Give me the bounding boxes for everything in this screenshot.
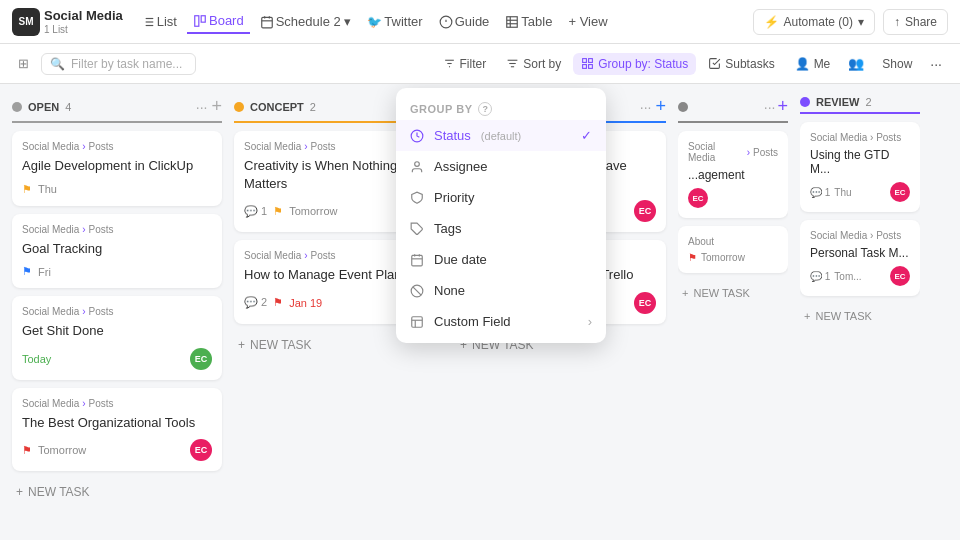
nav-tab-view[interactable]: + View: [562, 10, 613, 33]
workspace-sub: 1 List: [44, 24, 123, 35]
custom-field-arrow: ›: [588, 314, 592, 329]
filter-button[interactable]: Filter: [435, 53, 495, 75]
nav-tab-schedule[interactable]: Schedule 2 ▾: [254, 10, 358, 33]
svg-rect-6: [195, 15, 199, 26]
me-icon: 👤: [795, 57, 810, 71]
nav-tab-board[interactable]: Board: [187, 9, 250, 34]
nav-tab-twitter-label: Twitter: [384, 14, 422, 29]
svg-point-30: [415, 161, 420, 166]
search-input[interactable]: 🔍 Filter by task name...: [41, 53, 196, 75]
nav-tab-board-label: Board: [209, 13, 244, 28]
svg-rect-26: [589, 59, 593, 63]
none-item-label: None: [434, 283, 465, 298]
workspace-name: Social Media: [44, 8, 123, 25]
sort-button[interactable]: Sort by: [498, 53, 569, 75]
people-icon[interactable]: 👥: [842, 52, 870, 75]
nav-tab-guide-label: Guide: [455, 14, 490, 29]
nav-tab-twitter[interactable]: 🐦 Twitter: [361, 10, 428, 33]
subtasks-label: Subtasks: [725, 57, 774, 71]
status-default-label: (default): [481, 130, 521, 142]
group-by-button[interactable]: Group by: Status: [573, 53, 696, 75]
status-item-label: Status: [434, 128, 471, 143]
me-button[interactable]: 👤 Me: [787, 53, 839, 75]
dropdown-header: GROUP BY ?: [396, 94, 606, 120]
search-placeholder: Filter by task name...: [71, 57, 182, 71]
subtasks-button[interactable]: Subtasks: [700, 53, 782, 75]
dropdown-overlay[interactable]: GROUP BY ? Status (default) ✓ Assignee P…: [0, 84, 960, 540]
filter-layout-icon[interactable]: ⊞: [12, 52, 35, 75]
dropdown-item-priority[interactable]: Priority: [396, 182, 606, 213]
share-icon: ↑: [894, 15, 900, 29]
info-icon: ?: [478, 102, 492, 116]
nav-tab-list-label: List: [157, 14, 177, 29]
workspace-icon: SM: [12, 8, 40, 36]
share-label: Share: [905, 15, 937, 29]
svg-rect-8: [261, 17, 272, 27]
group-label: Group by: Status: [598, 57, 688, 71]
dropdown-item-tags[interactable]: Tags: [396, 213, 606, 244]
svg-rect-27: [583, 65, 587, 69]
schedule-icon: [260, 15, 274, 29]
toolbar: ⊞ 🔍 Filter by task name... Filter Sort b…: [0, 44, 960, 84]
tags-item-label: Tags: [434, 221, 461, 236]
dropdown-item-status[interactable]: Status (default) ✓: [396, 120, 606, 151]
svg-line-37: [413, 286, 421, 294]
share-button[interactable]: ↑ Share: [883, 9, 948, 35]
nav-tab-guide[interactable]: Guide: [433, 10, 496, 33]
sort-icon: [506, 57, 519, 70]
svg-rect-7: [201, 15, 205, 21]
topbar: SM Social Media 1 List List Board Schedu…: [0, 0, 960, 44]
sort-label: Sort by: [523, 57, 561, 71]
filter-label: Filter: [460, 57, 487, 71]
assignee-item-label: Assignee: [434, 159, 487, 174]
svg-rect-38: [412, 316, 423, 327]
automate-button[interactable]: ⚡ Automate (0) ▾: [753, 9, 875, 35]
list-icon: [141, 15, 155, 29]
nav-tab-schedule-label: Schedule 2 ▾: [276, 14, 352, 29]
board-icon: [193, 14, 207, 28]
nav-tab-list[interactable]: List: [135, 10, 183, 33]
custom-field-item-label: Custom Field: [434, 314, 511, 329]
automate-chevron-icon: ▾: [858, 15, 864, 29]
priority-item-label: Priority: [434, 190, 474, 205]
none-icon: [410, 284, 424, 298]
dropdown-item-none[interactable]: None: [396, 275, 606, 306]
automate-label: Automate (0): [784, 15, 853, 29]
subtasks-icon: [708, 57, 721, 70]
dropdown-item-custom-field[interactable]: Custom Field ›: [396, 306, 606, 337]
nav-tab-table[interactable]: Table: [499, 10, 558, 33]
tags-icon: [410, 222, 424, 236]
dropdown-item-due-date[interactable]: Due date: [396, 244, 606, 275]
filter-icon: [443, 57, 456, 70]
assignee-icon: [410, 160, 424, 174]
me-label: Me: [814, 57, 831, 71]
twitter-icon: 🐦: [367, 15, 382, 29]
group-by-label: GROUP BY: [410, 103, 472, 115]
show-label: Show: [882, 57, 912, 71]
svg-rect-15: [507, 16, 518, 27]
svg-rect-28: [589, 65, 593, 69]
group-by-dropdown: GROUP BY ? Status (default) ✓ Assignee P…: [396, 88, 606, 343]
nav-tab-table-label: Table: [521, 14, 552, 29]
more-options-button[interactable]: ···: [924, 52, 948, 76]
show-button[interactable]: Show: [874, 53, 920, 75]
due-date-icon: [410, 253, 424, 267]
due-date-item-label: Due date: [434, 252, 487, 267]
svg-rect-25: [583, 59, 587, 63]
dropdown-item-assignee[interactable]: Assignee: [396, 151, 606, 182]
priority-icon: [410, 191, 424, 205]
automate-icon: ⚡: [764, 15, 779, 29]
custom-field-icon: [410, 315, 424, 329]
check-icon: ✓: [581, 128, 592, 143]
svg-rect-32: [412, 255, 423, 266]
board: OPEN 4 ··· + Social Media › Posts Agile …: [0, 84, 960, 540]
workspace-info: Social Media 1 List: [44, 8, 123, 36]
table-icon: [505, 15, 519, 29]
search-icon: 🔍: [50, 57, 65, 71]
guide-icon: [439, 15, 453, 29]
group-icon: [581, 57, 594, 70]
status-icon: [410, 129, 424, 143]
